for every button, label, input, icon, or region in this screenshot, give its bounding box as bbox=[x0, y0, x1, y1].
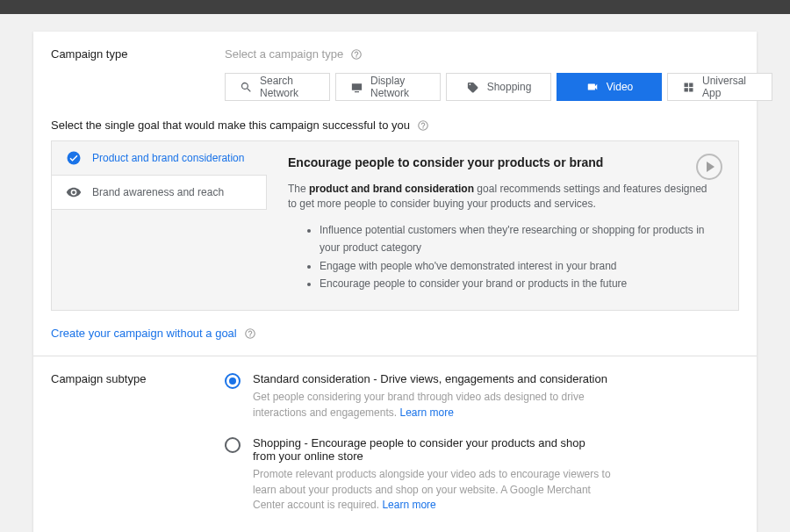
goal-picker: Product and brand consideration Brand aw… bbox=[51, 140, 739, 311]
search-icon bbox=[240, 81, 253, 93]
tab-universal-app[interactable]: Universal App bbox=[667, 73, 772, 101]
subtype-title: Shopping - Encourage people to consider … bbox=[253, 436, 611, 463]
subtype-description: Promote relevant products alongside your… bbox=[253, 467, 611, 513]
goal-item-label: Brand awareness and reach bbox=[92, 186, 224, 198]
tab-label: Display Network bbox=[370, 75, 426, 99]
display-icon bbox=[350, 81, 363, 93]
no-goal-row: Create your campaign without a goal bbox=[33, 311, 757, 340]
app-topbar bbox=[0, 0, 790, 14]
campaign-type-hint-text: Select a campaign type bbox=[225, 47, 343, 61]
goal-detail-lead: The product and brand consideration goal… bbox=[288, 182, 717, 212]
help-icon[interactable] bbox=[417, 119, 429, 132]
goal-list: Product and brand consideration Brand aw… bbox=[52, 141, 267, 310]
play-icon bbox=[707, 162, 715, 172]
radio-button-unchecked[interactable] bbox=[225, 437, 241, 453]
tab-display-network[interactable]: Display Network bbox=[335, 73, 441, 101]
tab-search-network[interactable]: Search Network bbox=[225, 73, 330, 101]
goal-bullet: Influence potential customers when they'… bbox=[320, 221, 717, 257]
goal-instruction: Select the single goal that would make t… bbox=[33, 101, 757, 140]
tab-label: Search Network bbox=[260, 75, 315, 99]
svg-point-0 bbox=[68, 152, 81, 165]
subtype-option-standard-consideration[interactable]: Standard consideration - Drive views, en… bbox=[225, 372, 611, 421]
campaign-subtype-row: Campaign subtype Standard consideration … bbox=[33, 356, 757, 532]
campaign-type-hint: Select a campaign type bbox=[225, 47, 772, 61]
campaign-setup-panel: Campaign type Select a campaign type Sea… bbox=[33, 32, 757, 532]
radio-button-checked[interactable] bbox=[225, 373, 241, 389]
create-without-goal-link[interactable]: Create your campaign without a goal bbox=[51, 327, 237, 340]
subtype-title: Standard consideration - Drive views, en… bbox=[253, 372, 611, 385]
eye-icon bbox=[66, 184, 82, 200]
learn-more-link[interactable]: Learn more bbox=[399, 406, 453, 419]
shopping-tag-icon bbox=[466, 81, 480, 93]
action-buttons: CONTINUE CANCEL bbox=[225, 528, 739, 532]
goal-instruction-text: Select the single goal that would make t… bbox=[51, 119, 410, 132]
goal-item-label: Product and brand consideration bbox=[92, 152, 244, 164]
campaign-type-label: Campaign type bbox=[51, 47, 174, 101]
goal-item-awareness[interactable]: Brand awareness and reach bbox=[52, 176, 267, 210]
campaign-type-row: Campaign type Select a campaign type Sea… bbox=[33, 32, 757, 101]
goal-detail-bullets: Influence potential customers when they'… bbox=[288, 221, 717, 293]
subtype-description: Get people considering your brand throug… bbox=[253, 390, 611, 421]
tab-label: Video bbox=[607, 81, 633, 93]
goal-bullet: Encourage people to consider your brand … bbox=[320, 275, 717, 292]
app-icon bbox=[682, 81, 695, 93]
learn-more-link[interactable]: Learn more bbox=[382, 499, 435, 511]
goal-bullet: Engage with people who've demonstrated i… bbox=[320, 257, 717, 275]
video-camera-icon bbox=[585, 81, 600, 93]
goal-lead-strong: product and brand consideration bbox=[309, 183, 474, 195]
tab-video[interactable]: Video bbox=[557, 73, 662, 101]
help-icon[interactable] bbox=[350, 48, 363, 61]
subtype-option-shopping[interactable]: Shopping - Encourage people to consider … bbox=[225, 436, 611, 513]
play-video-button[interactable] bbox=[696, 154, 722, 180]
campaign-subtype-label: Campaign subtype bbox=[51, 372, 174, 532]
tab-label: Shopping bbox=[487, 81, 532, 93]
check-circle-icon bbox=[66, 150, 82, 166]
goal-detail-heading: Encourage people to consider your produc… bbox=[288, 155, 717, 169]
goal-detail-panel: Encourage people to consider your produc… bbox=[267, 141, 738, 310]
goal-item-consideration[interactable]: Product and brand consideration bbox=[52, 141, 267, 176]
help-icon[interactable] bbox=[244, 327, 256, 340]
tab-shopping[interactable]: Shopping bbox=[446, 73, 551, 101]
campaign-type-tabs: Search Network Display Network Shopping … bbox=[225, 73, 772, 101]
tab-label: Universal App bbox=[702, 75, 758, 99]
goal-lead-before: The bbox=[288, 183, 309, 195]
